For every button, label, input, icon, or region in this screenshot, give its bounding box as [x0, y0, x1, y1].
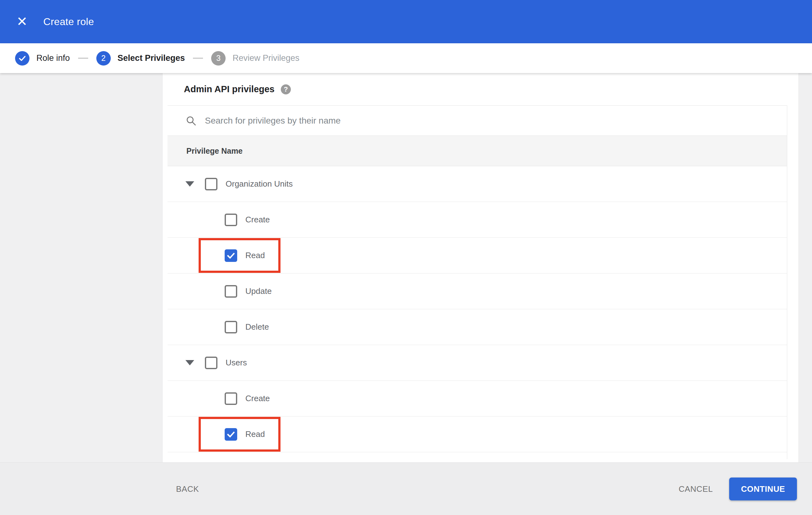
privileges-panel: Admin API privileges ? Privilege Name Or…	[162, 73, 799, 462]
check-icon	[226, 251, 236, 260]
row-label: Organization Units	[226, 179, 293, 189]
privilege-row-create[interactable]: Create	[168, 381, 787, 417]
search-row	[168, 106, 787, 136]
checkbox-create[interactable]	[225, 214, 237, 226]
collapse-triangle-icon[interactable]	[185, 360, 194, 365]
privilege-row-update[interactable]: Update	[168, 273, 787, 309]
back-button[interactable]: BACK	[176, 484, 199, 494]
highlight-box	[199, 238, 281, 273]
step-label: Select Privileges	[118, 53, 185, 63]
collapse-triangle-icon[interactable]	[185, 181, 194, 187]
app-bar: ✕ Create role	[0, 0, 812, 43]
table-header: Privilege Name	[168, 136, 787, 166]
footer-bar: BACK CANCEL CONTINUE	[0, 462, 812, 515]
step-label: Role info	[36, 53, 70, 63]
row-label: Users	[226, 358, 247, 368]
highlight-box	[199, 417, 281, 452]
checkbox-update[interactable]	[225, 285, 237, 298]
checkbox-users[interactable]	[205, 357, 218, 369]
help-icon[interactable]: ?	[281, 84, 291, 94]
page-title: Create role	[43, 16, 94, 28]
step-select-privileges[interactable]: 2 Select Privileges	[96, 51, 185, 65]
check-icon	[226, 430, 236, 439]
row-label: Delete	[245, 322, 269, 332]
row-label: Read	[245, 251, 265, 260]
section-title: Admin API privileges	[184, 84, 274, 94]
step-role-info[interactable]: Role info	[15, 51, 70, 65]
checkbox-delete[interactable]	[225, 321, 237, 333]
step-connector	[78, 58, 88, 59]
group-row-users[interactable]: Users	[168, 345, 787, 381]
privilege-row-read[interactable]: Read	[168, 417, 787, 452]
row-label: Create	[245, 215, 270, 224]
close-icon[interactable]: ✕	[12, 12, 31, 31]
partial-row	[168, 452, 787, 459]
table-header-label: Privilege Name	[186, 147, 242, 156]
step-number: 3	[211, 51, 226, 65]
step-number: 2	[96, 51, 111, 65]
privilege-row-read[interactable]: Read	[168, 238, 787, 273]
checkbox-read-checked[interactable]	[225, 428, 237, 441]
checkbox-read-checked[interactable]	[225, 249, 237, 262]
privilege-row-delete[interactable]: Delete	[168, 309, 787, 345]
continue-button[interactable]: CONTINUE	[729, 477, 797, 500]
privilege-row-create[interactable]: Create	[168, 202, 787, 238]
search-icon	[185, 115, 197, 126]
group-row-organization-units[interactable]: Organization Units	[168, 166, 787, 202]
step-label: Review Privileges	[232, 53, 299, 63]
stepper: Role info 2 Select Privileges 3 Review P…	[0, 43, 812, 73]
step-review-privileges[interactable]: 3 Review Privileges	[211, 51, 299, 65]
row-label: Update	[245, 286, 272, 296]
step-complete-check-icon	[15, 51, 29, 65]
step-connector	[193, 58, 203, 59]
section-header: Admin API privileges ?	[163, 73, 799, 105]
footer-actions: CANCEL CONTINUE	[679, 477, 797, 500]
row-label: Create	[245, 394, 270, 403]
privileges-table: Privilege Name Organization Units Create…	[168, 105, 787, 459]
search-input[interactable]	[205, 116, 644, 126]
checkbox-organization-units[interactable]	[205, 178, 218, 190]
cancel-button[interactable]: CANCEL	[679, 484, 713, 494]
row-label: Read	[245, 429, 265, 439]
checkbox-create[interactable]	[225, 392, 237, 405]
